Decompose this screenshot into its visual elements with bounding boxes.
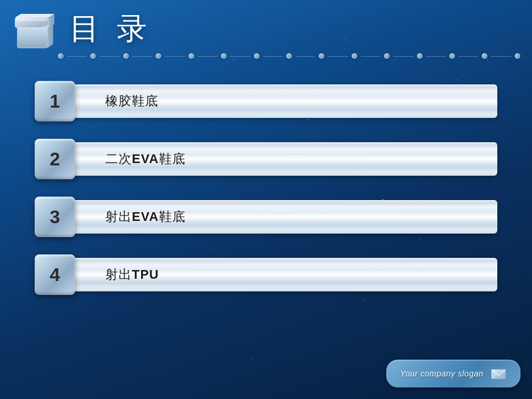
dot-7 (254, 53, 260, 59)
dots-row (58, 53, 520, 59)
menu-label-2: 二次EVA鞋底 (105, 150, 186, 168)
dot-10 (352, 53, 357, 59)
menu-bar-1: 橡胶鞋底 (71, 84, 497, 118)
dot-15 (515, 53, 520, 59)
menu-bar-4: 射出TPU (71, 258, 497, 291)
menu-item-3[interactable]: 3 射出EVA鞋底 (35, 197, 497, 237)
menu-label-3: 射出EVA鞋底 (105, 208, 186, 226)
menu-number-1: 1 (35, 81, 75, 121)
menu-item-4[interactable]: 4 射出TPU (35, 254, 497, 295)
menu-list: 1 橡胶鞋底 2 二次EVA鞋底 3 射出EVA鞋底 4 射出TPU (35, 81, 497, 295)
dot-6 (221, 53, 227, 59)
menu-number-4: 4 (35, 254, 75, 295)
box-icon (12, 6, 58, 52)
slogan-text: Your company slogan (400, 369, 483, 378)
dot-12 (417, 53, 423, 59)
menu-item-1[interactable]: 1 橡胶鞋底 (35, 81, 497, 121)
dot-2 (90, 53, 96, 59)
menu-bar-3: 射出EVA鞋底 (71, 200, 497, 234)
dot-9 (319, 53, 324, 59)
menu-number-3: 3 (35, 197, 75, 237)
dot-3 (123, 53, 129, 59)
dot-5 (189, 53, 194, 59)
menu-item-2[interactable]: 2 二次EVA鞋底 (35, 139, 497, 179)
page-title: 目 录 (69, 9, 152, 49)
menu-label-4: 射出TPU (105, 266, 159, 283)
dot-13 (449, 53, 455, 59)
dot-11 (384, 53, 390, 59)
menu-bar-2: 二次EVA鞋底 (71, 142, 497, 176)
header: 目 录 (12, 6, 152, 52)
menu-number-2: 2 (35, 139, 75, 179)
svg-marker-5 (15, 14, 54, 17)
slogan-button[interactable]: Your company slogan (386, 360, 520, 387)
svg-rect-6 (16, 19, 47, 21)
envelope-icon (490, 365, 507, 382)
dot-1 (58, 53, 64, 59)
dot-4 (156, 53, 161, 59)
dot-8 (286, 53, 292, 59)
svg-rect-0 (17, 26, 47, 48)
dot-14 (482, 53, 487, 59)
menu-label-1: 橡胶鞋底 (105, 93, 158, 110)
